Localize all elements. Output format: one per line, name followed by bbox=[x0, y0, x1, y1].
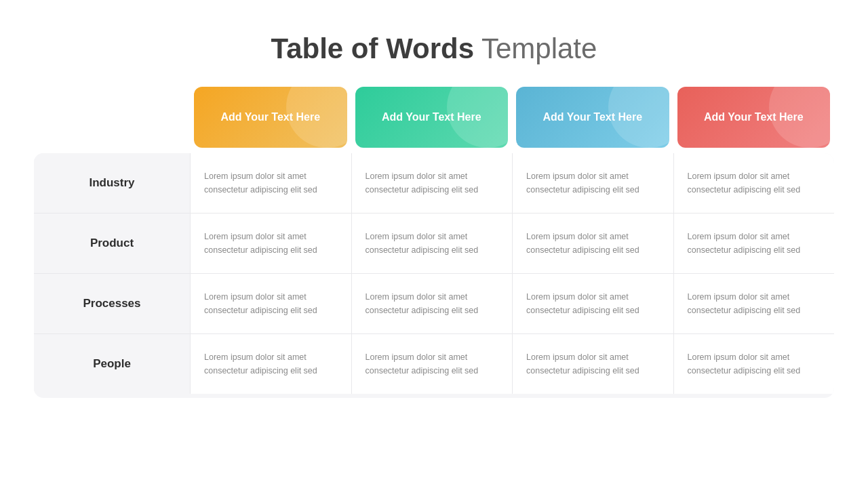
cell-text-2-3: Lorem ipsum dolor sit ametconsectetur ad… bbox=[688, 290, 821, 317]
title-bold: Table of Words bbox=[271, 33, 474, 64]
data-cell-3-3: Lorem ipsum dolor sit ametconsectetur ad… bbox=[673, 334, 835, 394]
row-label-text-2: Processes bbox=[83, 297, 140, 310]
header-card-col3: Add Your Text Here bbox=[516, 87, 669, 148]
cell-text-3-0: Lorem ipsum dolor sit ametconsectetur ad… bbox=[204, 350, 338, 378]
header-card-col4: Add Your Text Here bbox=[677, 87, 831, 148]
cell-text-2-2: Lorem ipsum dolor sit ametconsectetur ad… bbox=[526, 290, 660, 317]
data-cell-0-2: Lorem ipsum dolor sit ametconsectetur ad… bbox=[512, 153, 673, 213]
data-cell-2-3: Lorem ipsum dolor sit ametconsectetur ad… bbox=[673, 274, 835, 333]
row-label-text-0: Industry bbox=[89, 176, 134, 190]
cell-text-1-1: Lorem ipsum dolor sit ametconsectetur ad… bbox=[366, 230, 499, 257]
cell-text-0-3: Lorem ipsum dolor sit ametconsectetur ad… bbox=[688, 169, 821, 197]
data-cell-0-1: Lorem ipsum dolor sit ametconsectetur ad… bbox=[351, 153, 513, 213]
data-row-2: ProcessesLorem ipsum dolor sit ametconse… bbox=[34, 274, 834, 334]
data-cell-3-0: Lorem ipsum dolor sit ametconsectetur ad… bbox=[190, 334, 351, 394]
header-empty-cell bbox=[34, 87, 190, 148]
row-label-text-3: People bbox=[93, 357, 131, 371]
cell-text-2-0: Lorem ipsum dolor sit ametconsectetur ad… bbox=[204, 290, 338, 317]
cell-text-1-0: Lorem ipsum dolor sit ametconsectetur ad… bbox=[204, 230, 338, 257]
cell-text-2-1: Lorem ipsum dolor sit ametconsectetur ad… bbox=[366, 290, 499, 317]
data-cell-1-1: Lorem ipsum dolor sit ametconsectetur ad… bbox=[351, 214, 513, 273]
cell-text-1-3: Lorem ipsum dolor sit ametconsectetur ad… bbox=[688, 230, 821, 257]
cell-text-1-2: Lorem ipsum dolor sit ametconsectetur ad… bbox=[526, 230, 660, 257]
cell-text-0-0: Lorem ipsum dolor sit ametconsectetur ad… bbox=[204, 169, 338, 197]
row-label-text-1: Product bbox=[90, 237, 134, 250]
cell-text-0-1: Lorem ipsum dolor sit ametconsectetur ad… bbox=[366, 169, 499, 197]
cell-text-3-2: Lorem ipsum dolor sit ametconsectetur ad… bbox=[526, 350, 660, 378]
data-row-0: IndustryLorem ipsum dolor sit ametconsec… bbox=[34, 153, 834, 214]
data-row-1: ProductLorem ipsum dolor sit ametconsect… bbox=[34, 214, 834, 274]
row-label-cell-3: People bbox=[34, 334, 190, 394]
row-label-cell-2: Processes bbox=[34, 274, 190, 333]
row-label-cell-1: Product bbox=[34, 214, 190, 273]
data-cell-1-3: Lorem ipsum dolor sit ametconsectetur ad… bbox=[673, 214, 835, 273]
cell-text-0-2: Lorem ipsum dolor sit ametconsectetur ad… bbox=[526, 169, 660, 197]
row-label-cell-0: Industry bbox=[34, 153, 190, 213]
cell-text-3-3: Lorem ipsum dolor sit ametconsectetur ad… bbox=[688, 350, 821, 378]
data-cell-0-3: Lorem ipsum dolor sit ametconsectetur ad… bbox=[673, 153, 835, 213]
data-cell-2-2: Lorem ipsum dolor sit ametconsectetur ad… bbox=[512, 274, 673, 333]
data-row-3: PeopleLorem ipsum dolor sit ametconsecte… bbox=[34, 334, 834, 394]
data-cell-3-1: Lorem ipsum dolor sit ametconsectetur ad… bbox=[351, 334, 513, 394]
table-container: Add Your Text HereAdd Your Text HereAdd … bbox=[34, 87, 834, 398]
data-cell-0-0: Lorem ipsum dolor sit ametconsectetur ad… bbox=[190, 153, 351, 213]
data-cell-1-0: Lorem ipsum dolor sit ametconsectetur ad… bbox=[190, 214, 351, 273]
data-cell-2-1: Lorem ipsum dolor sit ametconsectetur ad… bbox=[351, 274, 513, 333]
data-cell-3-2: Lorem ipsum dolor sit ametconsectetur ad… bbox=[512, 334, 673, 394]
header-card-col1: Add Your Text Here bbox=[194, 87, 347, 148]
header-row: Add Your Text HereAdd Your Text HereAdd … bbox=[34, 87, 834, 148]
title-light: Template bbox=[474, 33, 597, 64]
cell-text-3-1: Lorem ipsum dolor sit ametconsectetur ad… bbox=[366, 350, 499, 378]
data-cell-2-0: Lorem ipsum dolor sit ametconsectetur ad… bbox=[190, 274, 351, 333]
page-title: Table of Words Template bbox=[271, 33, 597, 65]
body-table: IndustryLorem ipsum dolor sit ametconsec… bbox=[34, 153, 834, 398]
data-cell-1-2: Lorem ipsum dolor sit ametconsectetur ad… bbox=[512, 214, 673, 273]
header-card-col2: Add Your Text Here bbox=[355, 87, 509, 148]
